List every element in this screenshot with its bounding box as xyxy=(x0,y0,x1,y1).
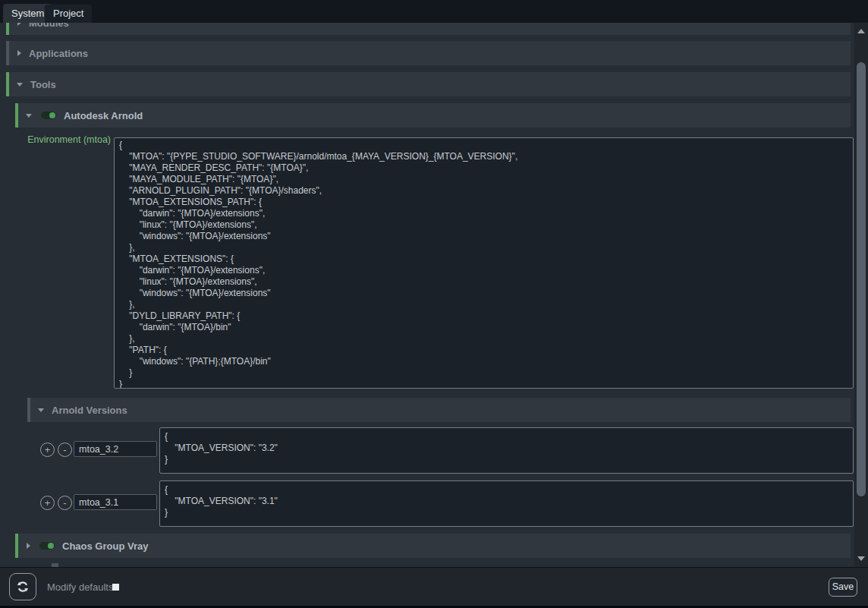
toggle-on-switch[interactable] xyxy=(39,542,55,550)
remove-version-button[interactable]: - xyxy=(58,496,72,510)
settings-window: System Project Modules Applications Tool… xyxy=(0,0,868,608)
chevron-down-icon xyxy=(17,83,23,87)
chevron-right-icon xyxy=(17,50,21,56)
modified-indicator-bar xyxy=(15,534,18,558)
section-header-autodesk-arnold[interactable]: Autodesk Arnold xyxy=(15,103,851,128)
version-name-input[interactable] xyxy=(74,441,157,457)
environment-json-textarea[interactable]: { "MTOA": "{PYPE_STUDIO_SOFTWARE}/arnold… xyxy=(114,137,854,389)
section-title: Applications xyxy=(29,48,88,59)
refresh-button[interactable] xyxy=(9,573,36,600)
remove-version-button[interactable]: - xyxy=(58,443,72,457)
version-json-textarea[interactable]: { "MTOA_VERSION": "3.1" } xyxy=(159,480,854,527)
scroll-up-arrow[interactable] xyxy=(857,29,865,33)
chevron-down-icon xyxy=(38,408,44,412)
modified-indicator-bar xyxy=(6,23,9,35)
section-indicator-bar xyxy=(27,398,30,422)
environment-field-label: Environment (mtoa) xyxy=(0,134,111,145)
section-title: Tools xyxy=(30,79,56,90)
modify-defaults-label: Modify defaults xyxy=(47,568,113,606)
scrollbar-thumb[interactable] xyxy=(857,62,866,496)
tab-bar: System Project xyxy=(0,0,868,23)
version-json-textarea[interactable]: { "MTOA_VERSION": "3.2" } xyxy=(159,427,854,474)
section-header-applications[interactable]: Applications xyxy=(6,41,851,65)
settings-scroll-area: Modules Applications Tools Autodesk Arno… xyxy=(0,23,854,567)
vertical-scrollbar[interactable] xyxy=(854,23,868,567)
chevron-right-icon xyxy=(17,23,21,26)
modified-indicator-bar xyxy=(6,72,9,96)
section-title: Autodesk Arnold xyxy=(64,110,143,121)
section-title: Arnold Versions xyxy=(52,405,127,416)
section-header-chaos-group-vray[interactable]: Chaos Group Vray xyxy=(15,534,851,558)
modified-indicator-bar xyxy=(15,103,18,128)
chevron-right-icon xyxy=(27,543,30,549)
tab-project[interactable]: Project xyxy=(45,5,92,23)
footer-bar: Modify defaults Save xyxy=(0,567,868,606)
add-version-button[interactable]: + xyxy=(40,496,55,510)
refresh-icon xyxy=(15,579,30,594)
section-header-modules[interactable]: Modules xyxy=(6,23,851,35)
section-indicator-bar xyxy=(6,41,9,65)
toggle-on-switch[interactable] xyxy=(41,112,56,119)
version-name-input[interactable] xyxy=(74,494,157,510)
add-version-button[interactable]: + xyxy=(40,443,55,457)
section-header-tools[interactable]: Tools xyxy=(6,72,851,96)
chevron-down-icon xyxy=(26,114,32,118)
scroll-down-arrow[interactable] xyxy=(857,556,865,561)
save-button[interactable]: Save xyxy=(829,578,857,597)
modify-defaults-checkbox[interactable] xyxy=(112,584,119,591)
section-title: Modules xyxy=(29,23,69,29)
section-title: Chaos Group Vray xyxy=(62,540,148,552)
section-header-arnold-versions[interactable]: Arnold Versions xyxy=(27,398,851,422)
